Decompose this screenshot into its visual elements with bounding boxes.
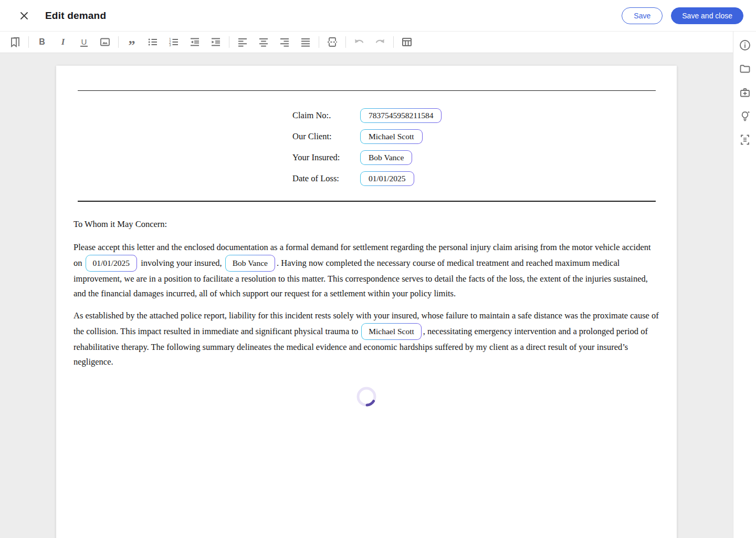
salutation: To Whom it May Concern: — [74, 219, 659, 230]
bookmark-button[interactable] — [6, 34, 25, 50]
header: Edit demand Save Save and close — [0, 0, 756, 32]
align-center-icon — [257, 36, 270, 48]
indent-button[interactable] — [206, 34, 225, 50]
info-button[interactable] — [737, 37, 753, 53]
bold-button[interactable]: B — [33, 34, 51, 50]
insert-image-button[interactable] — [96, 34, 114, 50]
italic-icon: I — [61, 37, 65, 47]
folder-icon — [739, 63, 751, 75]
add-to-case-icon — [739, 86, 751, 99]
bullet-list-button[interactable] — [143, 34, 162, 50]
date-of-loss-label: Date of Loss: — [292, 173, 360, 184]
document-page[interactable]: Claim No:. 7837545958211584 Our Client: … — [56, 66, 677, 538]
numbered-list-button[interactable]: 1 2 3 — [164, 34, 183, 50]
save-and-close-button[interactable]: Save and close — [671, 7, 743, 24]
outdent-button[interactable] — [185, 34, 204, 50]
image-icon — [99, 36, 111, 48]
page-title: Edit demand — [45, 10, 106, 22]
close-button[interactable] — [18, 9, 30, 22]
folder-button[interactable] — [737, 61, 753, 77]
right-sidebar — [733, 32, 756, 538]
italic-button[interactable]: I — [54, 34, 72, 50]
ai-lightbulb-icon — [739, 110, 751, 122]
date-of-loss-inline-field[interactable]: 01/01/2025 — [86, 255, 138, 272]
scan-text-icon — [739, 133, 751, 146]
save-button[interactable]: Save — [622, 7, 663, 24]
insert-table-button[interactable] — [397, 34, 416, 50]
claim-row: Claim No:. 7837545958211584 — [292, 105, 659, 126]
formatting-toolbar: B I U ” — [0, 32, 733, 53]
align-left-icon — [236, 36, 249, 48]
bold-icon: B — [39, 37, 45, 47]
undo-button[interactable] — [350, 34, 369, 50]
table-icon — [401, 36, 413, 48]
paragraph-1: Please accept this letter and the enclos… — [74, 240, 659, 301]
claim-row: Our Client: Michael Scott — [292, 126, 659, 147]
claim-row: Date of Loss: 01/01/2025 — [292, 168, 659, 189]
date-of-loss-field[interactable]: 01/01/2025 — [360, 171, 414, 186]
letterhead-rule-top — [78, 90, 656, 91]
redo-button[interactable] — [371, 34, 390, 50]
align-center-button[interactable] — [254, 34, 273, 50]
page-break-icon — [326, 36, 339, 48]
underline-button[interactable]: U — [75, 34, 93, 50]
svg-text:3: 3 — [169, 43, 171, 47]
align-left-button[interactable] — [233, 34, 252, 50]
your-insured-label: Your Insured: — [292, 152, 360, 163]
claim-number-field[interactable]: 7837545958211584 — [360, 108, 442, 123]
align-right-icon — [278, 36, 291, 48]
justify-icon — [299, 36, 312, 48]
scan-text-button[interactable] — [737, 132, 753, 148]
blockquote-icon: ” — [129, 43, 135, 48]
client-inline-field[interactable]: Michael Scott — [361, 323, 422, 340]
align-right-button[interactable] — [275, 34, 294, 50]
editor-canvas: Claim No:. 7837545958211584 Our Client: … — [0, 53, 733, 538]
claim-row: Your Insured: Bob Vance — [292, 147, 659, 168]
underline-icon: U — [80, 38, 88, 47]
ai-suggestions-button[interactable] — [737, 108, 753, 124]
letterhead-rule-bottom — [78, 201, 656, 202]
indent-icon — [209, 36, 222, 48]
add-to-case-button[interactable] — [737, 85, 753, 100]
page-break-button[interactable] — [323, 34, 342, 50]
loading-spinner — [355, 385, 378, 408]
our-client-label: Our Client: — [292, 131, 360, 142]
claim-number-label: Claim No:. — [292, 110, 360, 121]
close-icon — [19, 11, 29, 21]
justify-button[interactable] — [296, 34, 315, 50]
redo-icon — [374, 36, 386, 48]
outdent-icon — [188, 36, 201, 48]
info-icon — [739, 39, 751, 51]
undo-icon — [353, 36, 365, 48]
numbered-list-icon: 1 2 3 — [167, 36, 180, 48]
blockquote-button[interactable]: ” — [122, 34, 141, 50]
our-client-field[interactable]: Michael Scott — [360, 129, 423, 144]
bullet-list-icon — [146, 36, 159, 48]
insured-inline-field[interactable]: Bob Vance — [225, 255, 275, 272]
bookmark-icon — [9, 36, 22, 48]
claim-info-table: Claim No:. 7837545958211584 Our Client: … — [292, 105, 659, 189]
paragraph-2: As established by the attached police re… — [74, 308, 659, 369]
your-insured-field[interactable]: Bob Vance — [360, 150, 412, 165]
